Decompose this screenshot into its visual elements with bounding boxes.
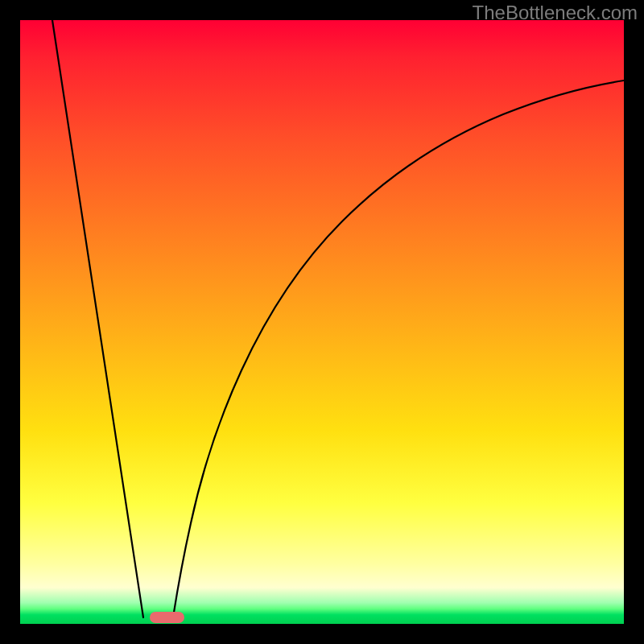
chart-frame: TheBottleneck.com (0, 0, 644, 644)
curve-right-arc (173, 80, 624, 617)
curve-left-line (52, 20, 143, 617)
bottleneck-curve (20, 20, 624, 624)
optimal-marker (150, 612, 184, 623)
plot-area (20, 20, 624, 624)
watermark-text: TheBottleneck.com (473, 2, 638, 24)
